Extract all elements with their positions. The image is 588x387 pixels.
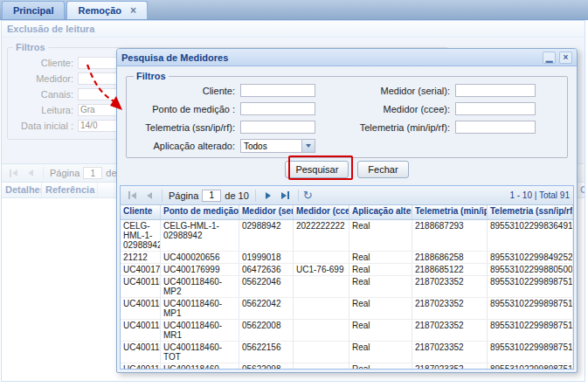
grid-cell bbox=[294, 276, 349, 297]
grid-cell bbox=[294, 298, 349, 319]
grid-cell: 02988942 bbox=[239, 220, 294, 251]
grid-cell: 8955310229983649143 bbox=[488, 220, 573, 251]
grid-cell: 8955310229988050016 bbox=[488, 264, 573, 275]
last-page-icon[interactable] bbox=[278, 188, 294, 204]
grid-paging-toolbar: Página de 10 ↻ 1 - 10 | Total 91 bbox=[121, 186, 573, 205]
tab-remocao-label: Remoção bbox=[78, 5, 121, 16]
cliente-input[interactable] bbox=[240, 84, 315, 97]
telemetria-min-input[interactable] bbox=[455, 121, 536, 134]
grid-cell: 05622042 bbox=[239, 298, 294, 319]
tab-remocao[interactable]: Remoção × bbox=[66, 1, 148, 19]
aplicacao-alterado-value: Todos bbox=[241, 142, 301, 151]
column-header[interactable]: Telemetria (min/ip/rf) bbox=[412, 205, 488, 219]
table-row[interactable]: UC400118460UC400118460-TOT05622156Real21… bbox=[121, 342, 573, 363]
grid-cell: 2187023352 bbox=[412, 276, 488, 297]
tab-bar: Principal Remoção × bbox=[0, 0, 588, 20]
grid-cell: 2187023352 bbox=[412, 363, 488, 369]
grid-cell: 8955310229989875114 bbox=[488, 342, 573, 363]
grid-cell: UC400118460-MR1 bbox=[161, 320, 239, 341]
table-row[interactable]: CELG-HML-1-02988942CELG-HML-1-0298894202… bbox=[121, 220, 573, 252]
cliente-label: Cliente: bbox=[134, 86, 237, 96]
ponto-medicao-input[interactable] bbox=[240, 102, 315, 115]
grid-cell: Real bbox=[349, 320, 412, 341]
grid-cell: CELG-HML-1-02988942 bbox=[121, 220, 161, 251]
grid-cell: 2187023352 bbox=[412, 320, 488, 341]
grid-cell: 2187023352 bbox=[412, 342, 488, 363]
medidores-grid: Página de 10 ↻ 1 - 10 | Total 91 Cliente… bbox=[120, 185, 574, 370]
tab-principal[interactable]: Principal bbox=[2, 1, 65, 19]
grid-cell: 01999018 bbox=[239, 252, 294, 263]
aplicacao-alterado-select[interactable]: Todos bbox=[240, 139, 315, 153]
refresh-icon[interactable]: ↻ bbox=[303, 190, 313, 201]
column-header[interactable]: Telemetria (ssn/ip/rf) bbox=[488, 205, 573, 219]
grid-cell: Real bbox=[349, 220, 412, 251]
next-page-icon[interactable] bbox=[260, 188, 276, 204]
medidor-serial-input[interactable] bbox=[455, 84, 536, 97]
grid-cell: UC400118460 bbox=[121, 320, 161, 341]
table-row[interactable]: UC400176999UC40017699906472636UC1-76-699… bbox=[121, 264, 573, 276]
column-header[interactable]: Medidor (ccee) bbox=[294, 205, 349, 219]
grid-cell: UC400118460-MP1 bbox=[161, 298, 239, 319]
chevron-down-icon[interactable] bbox=[301, 140, 315, 152]
telemetria-min-label: Telemetria (min/ip/rf): bbox=[319, 122, 452, 133]
grid-cell: Real bbox=[349, 264, 412, 275]
grid-cell: Real bbox=[349, 298, 412, 319]
ponto-medicao-label: Ponto de medição : bbox=[134, 104, 237, 114]
grid-cell: Real bbox=[349, 252, 412, 263]
dialog-buttons: Pesquisar Fechar bbox=[117, 161, 577, 180]
column-header[interactable]: Cliente bbox=[121, 205, 161, 219]
minimize-icon[interactable]: ▁ bbox=[543, 52, 556, 64]
grid-cell: 05622008 bbox=[239, 320, 294, 341]
paging-summary: 1 - 10 | Total 91 bbox=[509, 190, 570, 200]
table-row[interactable]: UC400118460UC400118460-MR205622098Real21… bbox=[121, 363, 573, 369]
tab-principal-label: Principal bbox=[13, 5, 53, 16]
aplicacao-alterado-label: Aplicação alterado: bbox=[134, 141, 237, 151]
pagina-label: Página bbox=[169, 190, 198, 201]
grid-cell: 05622046 bbox=[239, 276, 294, 297]
tab-close-icon[interactable]: × bbox=[130, 6, 136, 15]
grid-cell bbox=[294, 252, 349, 263]
grid-cell: 2188686258 bbox=[412, 252, 488, 263]
table-row[interactable]: UC400118460UC400118460-MP105622042Real21… bbox=[121, 298, 573, 320]
filters-fieldset: Filtros Cliente: Medidor (serial): Ponto… bbox=[126, 71, 568, 158]
grid-cell: 8955310229989875114 bbox=[488, 320, 573, 341]
medidor-ccee-input[interactable] bbox=[455, 102, 536, 115]
grid-cell bbox=[294, 342, 349, 363]
telemetria-ssn-input[interactable] bbox=[240, 121, 315, 134]
grid-cell: UC1-76-699 bbox=[294, 264, 349, 275]
grid-cell: 8955310229984925286 bbox=[488, 252, 573, 263]
grid-cell bbox=[294, 320, 349, 341]
column-header[interactable]: Medidor (serial) bbox=[239, 205, 294, 219]
page-of-label: de 10 bbox=[225, 190, 249, 201]
table-row[interactable]: UC400118460UC400118460-MR105622008Real21… bbox=[121, 320, 573, 342]
grid-cell: UC400118460-MP2 bbox=[161, 276, 239, 297]
close-icon[interactable]: × bbox=[559, 52, 572, 64]
window-header[interactable]: Pesquisa de Medidores ▁ × bbox=[117, 49, 577, 66]
grid-cell: 05622156 bbox=[239, 342, 294, 363]
grid-cell: 06472636 bbox=[239, 264, 294, 275]
column-header[interactable]: Aplicação alterado bbox=[349, 205, 412, 219]
grid-cell: 8955310229989875114 bbox=[488, 276, 573, 297]
pesquisar-button[interactable]: Pesquisar bbox=[285, 161, 349, 178]
grid-cell: UC400118460 bbox=[121, 298, 161, 319]
telemetria-ssn-label: Telemetria (ssn/ip/rf): bbox=[134, 122, 237, 133]
grid-cell: UC400118460 bbox=[121, 363, 161, 369]
grid-cell: 2022222222 bbox=[294, 220, 349, 251]
column-header[interactable]: Ponto de medição bbox=[161, 205, 239, 219]
medidor-serial-label: Medidor (serial): bbox=[319, 86, 452, 96]
grid-cell: 2187023352 bbox=[412, 298, 488, 319]
prev-page-icon[interactable] bbox=[142, 188, 157, 204]
fechar-button[interactable]: Fechar bbox=[357, 161, 408, 178]
filters-legend: Filtros bbox=[134, 71, 169, 81]
grid-body: CELG-HML-1-02988942CELG-HML-1-0298894202… bbox=[121, 220, 573, 369]
table-row[interactable]: 21212UC40002065601999018Real218868625889… bbox=[121, 252, 573, 264]
window-title: Pesquisa de Medidores bbox=[121, 52, 228, 63]
pesquisa-medidores-window: Pesquisa de Medidores ▁ × Filtros Client… bbox=[116, 48, 578, 373]
first-page-icon[interactable] bbox=[124, 188, 140, 204]
table-row[interactable]: UC400118460UC400118460-MP205622046Real21… bbox=[121, 276, 573, 298]
page-input[interactable] bbox=[202, 190, 221, 202]
grid-cell: 21212 bbox=[121, 252, 161, 263]
grid-cell: UC400118460-TOT bbox=[161, 342, 239, 363]
grid-cell: 8955310229989875114 bbox=[488, 298, 573, 319]
grid-cell: 2188685122 bbox=[412, 264, 488, 275]
